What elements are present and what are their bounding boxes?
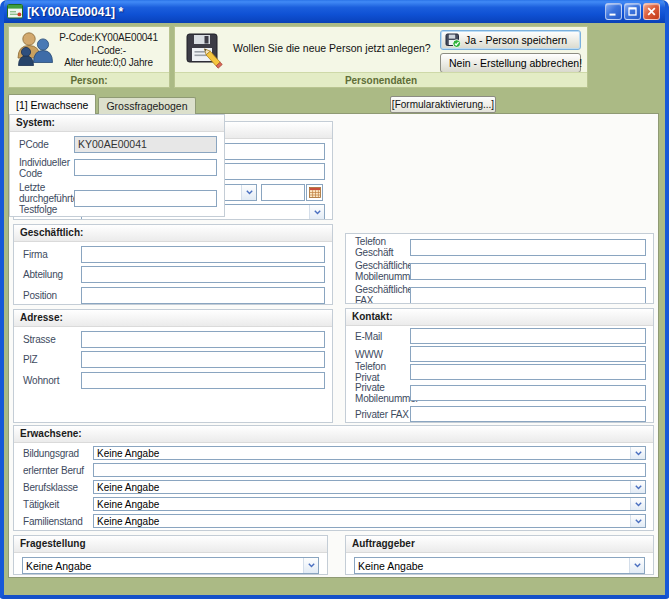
users-icon [14, 31, 54, 73]
taetigkeit-select-value: Keine Angabe [94, 499, 630, 510]
abteilung-input[interactable] [81, 266, 325, 283]
form-row: Berufsklasse Keine Angabe [14, 480, 653, 494]
save-yes-icon [445, 33, 461, 48]
abteilung-label: Abteilung [23, 269, 81, 280]
erwachsene-group-header: Erwachsene: [14, 426, 653, 443]
form-row: Position [14, 287, 332, 304]
formularaktivierung-button[interactable]: [Formularaktivierung...] [390, 96, 496, 113]
taetigkeit-select[interactable]: Keine Angabe [93, 497, 646, 511]
strasse-label: Strasse [23, 334, 81, 345]
fragestellung-select[interactable]: Keine Angabe [22, 557, 319, 574]
save-person-button[interactable]: Ja - Person speichern [440, 30, 581, 50]
chevron-down-icon [630, 481, 645, 493]
cancel-creation-button[interactable]: Nein - Erstellung abbrechen! [440, 53, 581, 73]
maximize-icon [628, 7, 637, 16]
firma-label: Firma [23, 249, 81, 260]
berufsklasse-select-value: Keine Angabe [94, 482, 630, 493]
application-window: [KY00AE00041] * [0, 0, 669, 599]
app-icon[interactable] [7, 4, 23, 19]
familienstand-select[interactable]: Keine Angabe [93, 514, 646, 528]
kontakt-group-header: Kontakt: [346, 309, 653, 326]
close-button[interactable] [643, 3, 660, 20]
form-row: Strasse [14, 331, 332, 348]
form-row: Private Mobilenummer [346, 382, 653, 404]
chevron-down-icon [630, 447, 645, 459]
form-row: PlZ [14, 351, 332, 368]
geschaeftlich-group-header: Geschäftlich: [14, 225, 332, 242]
system-group: System: PCode Individueller Code Letzte … [9, 114, 225, 217]
position-label: Position [23, 290, 81, 301]
tab-bar: [1] Erwachsene Grossfragebogen [8, 94, 196, 114]
calendar-button[interactable] [306, 184, 323, 201]
auftraggeber-group: Auftraggeber Keine Angabe [345, 535, 654, 575]
form-row: Firma [14, 246, 332, 263]
pcode-label: PCode [19, 139, 74, 150]
form-row: Individueller Code [10, 156, 224, 180]
email-input[interactable] [410, 328, 646, 344]
tab-grossfragebogen[interactable]: Grossfragebogen [98, 97, 195, 114]
chevron-down-icon [630, 515, 645, 527]
form-row: Bildungsgrad Keine Angabe [14, 446, 653, 460]
create-person-question: Wollen Sie die neue Person jetzt anlegen… [233, 42, 431, 54]
www-label: WWW [355, 349, 410, 360]
form-row: E-Mail [346, 328, 653, 344]
wohnort-label: Wohnort [23, 375, 81, 386]
private-mobilenummer-input[interactable] [410, 385, 646, 401]
berufsklasse-label: Berufsklasse [23, 482, 93, 493]
person-info-panel: P-Code:KY00AE00041 I-Code:- Alter heute:… [8, 26, 170, 88]
personendaten-panel: Wollen Sie die neue Person jetzt anlegen… [174, 26, 588, 88]
email-label: E-Mail [355, 331, 410, 342]
fragestellung-group: Fragestellung Keine Angabe [13, 535, 328, 575]
individueller-code-input[interactable] [74, 159, 217, 176]
fragestellung-select-value: Keine Angabe [23, 560, 303, 572]
save-disk-pencil-icon [186, 33, 226, 73]
tab-grossfragebogen-label: Grossfragebogen [106, 100, 187, 112]
telefon-privat-input[interactable] [410, 364, 646, 380]
form-row: Tätigkeit Keine Angabe [14, 497, 653, 511]
firma-input[interactable] [81, 246, 325, 263]
geschaeftlich-group: Geschäftlich: Firma Abteilung Position [13, 224, 333, 305]
geschaeftliche-mobilenummer-label: Geschäftliche Mobilenummer [355, 260, 410, 282]
maximize-button[interactable] [624, 3, 641, 20]
bildungsgrad-select[interactable]: Keine Angabe [93, 446, 646, 460]
form-row: Keine Angabe [346, 557, 653, 574]
telefon-privat-label: Telefon Privat [355, 361, 410, 383]
kontakt-group: Kontakt: E-Mail WWW Telefon Privat Priva… [345, 308, 654, 423]
business-contact-group: Telefon Geschäft Geschäftliche Mobilenum… [345, 233, 654, 304]
erlernter-beruf-label: erlernter Beruf [23, 465, 93, 476]
pcode-readonly-input [74, 136, 217, 153]
person-panel-footer: Person: [9, 72, 169, 87]
telefon-geschaeft-input[interactable] [410, 239, 646, 256]
adresse-group-header: Adresse: [14, 310, 332, 327]
form-row: Geschäftlicher FAX [346, 284, 653, 304]
familienstand-select-value: Keine Angabe [94, 516, 630, 527]
form-row: Privater FAX [346, 406, 653, 422]
telefon-geschaeft-label: Telefon Geschäft [355, 236, 410, 258]
window-title: [KY00AE00041] * [23, 5, 605, 19]
tab-erwachsene[interactable]: [1] Erwachsene [8, 94, 96, 114]
plz-label: PlZ [23, 354, 81, 365]
letzte-testfolge-input[interactable] [74, 190, 217, 207]
form-row: erlernter Beruf [14, 463, 653, 477]
minimize-button[interactable] [605, 3, 622, 20]
fragestellung-group-header: Fragestellung [14, 536, 327, 553]
geschaeftliche-mobilenummer-input[interactable] [410, 263, 646, 280]
titlebar: [KY00AE00041] * [4, 0, 665, 23]
taetigkeit-label: Tätigkeit [23, 499, 93, 510]
bildungsgrad-select-value: Keine Angabe [94, 448, 630, 459]
geburtsdatum-date-input[interactable] [261, 184, 305, 201]
berufsklasse-select[interactable]: Keine Angabe [93, 480, 646, 494]
chevron-down-icon [629, 558, 644, 573]
chevron-down-icon [303, 558, 318, 573]
erlernter-beruf-input[interactable] [93, 463, 646, 477]
strasse-input[interactable] [81, 331, 325, 348]
position-input[interactable] [81, 287, 325, 304]
wohnort-input[interactable] [81, 372, 325, 389]
minimize-icon [609, 7, 618, 16]
privater-fax-input[interactable] [410, 406, 646, 422]
auftraggeber-select[interactable]: Keine Angabe [354, 557, 645, 574]
form-row: Telefon Geschäft [346, 236, 653, 258]
plz-input[interactable] [81, 351, 325, 368]
geschaeftlicher-fax-input[interactable] [410, 287, 646, 304]
www-input[interactable] [410, 346, 646, 362]
